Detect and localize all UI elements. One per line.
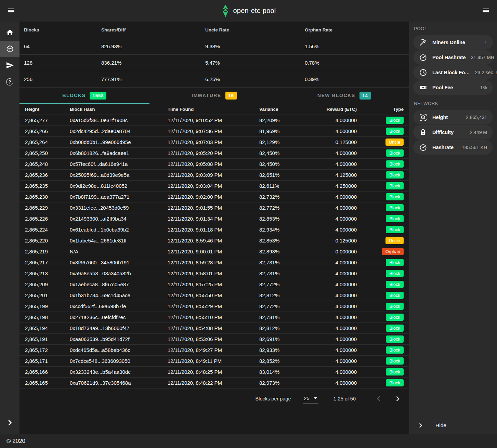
table-row: 2,865,166 0x3233243e...b5a4aa30dc 12/11/… bbox=[19, 367, 409, 378]
table-row: 2,865,235 0x9df2e98e...811fc40052 12/11/… bbox=[19, 181, 409, 192]
cell-block-hash: 0x1b31b734...69c1d45ace bbox=[70, 292, 168, 298]
pagination-bar: Blocks per page 25 1-25 of 50 bbox=[19, 388, 409, 409]
stat-label: Last Block Fo… bbox=[432, 70, 470, 75]
cell-block-hash: 0x18d734a9...13b6060f47 bbox=[70, 325, 168, 331]
cell-time-found: 12/11/2020, 9:01:34 PM bbox=[168, 216, 259, 222]
table-row: 2,865,266 0x2dc4295d...2dae0a8704 12/11/… bbox=[19, 126, 409, 137]
cell-time-found: 12/11/2020, 8:55:29 PM bbox=[168, 303, 259, 309]
hide-sidebar-button[interactable]: Hide bbox=[409, 422, 497, 429]
type-badge: Block bbox=[386, 270, 404, 277]
chevron-left-icon bbox=[375, 395, 382, 403]
stat-label: Pool Fee bbox=[432, 85, 453, 90]
page-size-select[interactable]: 25 bbox=[303, 394, 318, 404]
type-badge: Block bbox=[386, 204, 404, 211]
cell-reward: 4.000000 bbox=[324, 161, 357, 167]
tab[interactable]: NEW BLOCKS 14 bbox=[279, 88, 409, 104]
cell-height: 2,865,236 bbox=[25, 172, 70, 178]
copyright-text: © 2020 bbox=[6, 438, 25, 445]
summary-cell-shares: 836.21% bbox=[101, 60, 205, 66]
cell-variance: 82,732% bbox=[259, 194, 324, 200]
summary-cell-orphan: 0.78% bbox=[305, 60, 405, 66]
cell-block-hash: 0x25095f69...a0d39e9e5a bbox=[70, 172, 168, 178]
table-row: 2,865,236 0x25095f69...a0d39e9e5a 12/11/… bbox=[19, 170, 409, 181]
rail-expand-button[interactable] bbox=[0, 414, 19, 431]
cell-block-hash: 0x271a236c...0efcfdf2ec bbox=[70, 314, 168, 320]
type-badge: Block bbox=[386, 292, 404, 299]
pickaxe-icon bbox=[419, 38, 427, 47]
cell-reward: 4.000000 bbox=[324, 380, 357, 386]
cell-height: 2,865,266 bbox=[25, 128, 70, 134]
cell-height: 2,865,230 bbox=[25, 194, 70, 200]
cell-height: 2,865,165 bbox=[25, 380, 70, 386]
sidebar-item-help[interactable]: ? bbox=[0, 74, 19, 90]
col-hash: Block Hash bbox=[70, 107, 168, 112]
page-size-value: 25 bbox=[304, 396, 310, 401]
cell-time-found: 12/11/2020, 8:59:28 PM bbox=[168, 260, 259, 265]
cell-time-found: 12/11/2020, 9:05:20 PM bbox=[168, 150, 259, 156]
home-icon bbox=[6, 28, 14, 37]
cell-time-found: 12/11/2020, 8:55:10 PM bbox=[168, 314, 259, 320]
cell-time-found: 12/11/2020, 8:55:50 PM bbox=[168, 292, 259, 298]
table-row: 2,865,230 0x7b8f7199...aea377a271 12/11/… bbox=[19, 192, 409, 202]
help-icon: ? bbox=[6, 78, 13, 85]
cell-reward: 4.000000 bbox=[324, 227, 357, 233]
cell-block-hash: 0xccdf562f...69a698b7fe bbox=[70, 303, 168, 309]
cell-variance: 82,772% bbox=[259, 303, 324, 309]
cell-block-hash: 0x2dc4295d...2dae0a8704 bbox=[70, 128, 168, 134]
table-row: 2,865,199 0xccdf562f...69a698b7fe 12/11/… bbox=[19, 301, 409, 312]
tab[interactable]: BLOCKS 1558 bbox=[19, 88, 149, 104]
summary-row: 64 826.93% 9.38% 1.56% bbox=[19, 38, 409, 55]
right-menu-button[interactable] bbox=[480, 6, 492, 16]
cell-variance: 82,731% bbox=[259, 314, 324, 320]
cell-height: 2,865,248 bbox=[25, 161, 70, 167]
sidebar-item-home[interactable] bbox=[0, 24, 19, 41]
table-row: 2,865,191 0xaa063539...b95d41d72f 12/11/… bbox=[19, 334, 409, 345]
pool-section-label: POOL bbox=[414, 26, 492, 31]
app-footer: © 2020 bbox=[0, 434, 497, 448]
cell-time-found: 12/11/2020, 9:03:09 PM bbox=[168, 172, 259, 178]
next-page-button[interactable] bbox=[393, 394, 403, 404]
sidebar-item-blocks[interactable] bbox=[0, 41, 19, 57]
cell-variance: 82,933% bbox=[259, 347, 324, 353]
cube-icon bbox=[6, 45, 14, 53]
sidebar-item-payments[interactable] bbox=[0, 57, 19, 74]
cell-reward: 4.250000 bbox=[324, 183, 357, 189]
type-badge: Block bbox=[386, 357, 404, 365]
cash-icon bbox=[419, 83, 427, 92]
table-row: 2,865,172 0xdc465d5a...a58beb436c 12/11/… bbox=[19, 345, 409, 356]
type-badge: Block bbox=[386, 128, 404, 135]
col-type: Type bbox=[393, 107, 404, 112]
cell-reward: 4.000000 bbox=[324, 281, 357, 287]
cell-block-hash: 0x9df2e98e...811fc40052 bbox=[70, 183, 168, 189]
type-badge: Block bbox=[386, 325, 404, 332]
cell-time-found: 12/11/2020, 9:07:36 PM bbox=[168, 128, 259, 134]
cell-time-found: 12/11/2020, 8:48:25 PM bbox=[168, 369, 259, 375]
table-row: 2,865,171 0x7cdce548...3636093050 12/11/… bbox=[19, 356, 409, 367]
type-badge: Block bbox=[386, 117, 404, 124]
cell-block-hash: 0x3311efec...20453d0e59 bbox=[70, 205, 168, 211]
table-row: 2,865,277 0xa15d3f38...0e31f1908c 12/11/… bbox=[19, 115, 409, 126]
cell-height: 2,865,198 bbox=[25, 314, 70, 320]
tab-count-badge: 16 bbox=[225, 92, 237, 100]
table-row: 2,865,220 0x1fabe54a...2661de81ff 12/11/… bbox=[19, 235, 409, 246]
cell-height: 2,865,191 bbox=[25, 336, 70, 342]
cell-time-found: 12/11/2020, 9:10:52 PM bbox=[168, 117, 259, 123]
type-badge: Uncle bbox=[385, 237, 404, 244]
cell-height: 2,865,213 bbox=[25, 271, 70, 276]
cell-reward: 4.000000 bbox=[324, 358, 357, 364]
network-section-label: NETWORK bbox=[414, 101, 492, 106]
stats-sidebar: POOL Miners Online 1 Pool Hashrate 31.45… bbox=[409, 22, 497, 434]
prev-page-button[interactable] bbox=[374, 394, 384, 404]
table-row: 2,865,250 0x6b801826...fa9adcaee1 12/11/… bbox=[19, 148, 409, 159]
type-badge: Block bbox=[386, 215, 404, 222]
cell-height: 2,865,209 bbox=[25, 281, 70, 287]
tab-count-badge: 1558 bbox=[90, 92, 106, 100]
cell-reward: 4.125000 bbox=[324, 172, 357, 178]
type-badge: Block bbox=[386, 193, 404, 200]
summary-cell-blocks: 128 bbox=[24, 60, 101, 66]
cell-time-found: 12/11/2020, 9:03:04 PM bbox=[168, 183, 259, 189]
blocks-tabs: BLOCKS 1558 IMMATURE 16 NEW BLOCKS 14 bbox=[19, 88, 409, 104]
menu-button[interactable] bbox=[5, 6, 17, 16]
tab[interactable]: IMMATURE 16 bbox=[149, 88, 279, 104]
cell-variance: 82,812% bbox=[259, 292, 324, 298]
